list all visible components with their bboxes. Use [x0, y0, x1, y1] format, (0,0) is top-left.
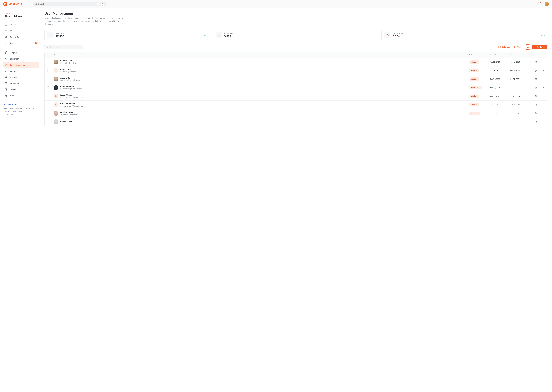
svg-line-25 [204, 35, 205, 36]
delete-button[interactable] [532, 61, 540, 63]
sidebar-item-more[interactable]: More [3, 93, 39, 98]
sidebar-item-integration[interactable]: Integration [3, 50, 39, 56]
delete-button[interactable] [532, 121, 540, 123]
svg-point-61 [542, 96, 542, 96]
stat-trend: 2% [540, 34, 545, 36]
role-pill[interactable]: Editor [469, 69, 479, 72]
role-pill[interactable]: Editor [469, 103, 479, 106]
user-cell: Eleanor Pena [54, 119, 469, 124]
user-email: alma.lawson@example.com [60, 96, 83, 98]
sidebar-item-settings[interactable]: Settings [3, 87, 39, 92]
chats-icon [5, 42, 7, 44]
footer-link[interactable]: General Questions [4, 111, 17, 112]
row-menu-button[interactable] [540, 86, 546, 89]
date-added-cell: Feb 15, 2023 [490, 70, 510, 71]
svg-point-48 [543, 62, 543, 62]
sidebar-item-developers[interactable]: Developers [3, 74, 39, 80]
add-user-button[interactable]: Add user [532, 45, 547, 49]
last-active-cell: Jul 20, 2024 [510, 87, 532, 89]
footer-link[interactable]: Privacy Policy [15, 108, 25, 109]
sidebar-item-mixes[interactable]: Mixes [3, 28, 39, 34]
th-added[interactable]: Date added [490, 54, 510, 56]
columns-button[interactable]: Columns [498, 46, 510, 48]
row-checkbox[interactable] [47, 112, 50, 114]
row-menu-button[interactable] [540, 112, 546, 114]
row-menu-button[interactable] [540, 78, 546, 80]
role-pill[interactable]: Admin [469, 60, 479, 64]
gear-icon [5, 88, 7, 91]
delete-button[interactable] [532, 95, 540, 97]
notifications-button[interactable] [538, 2, 542, 6]
footer-link[interactable]: Terms of Use [4, 108, 13, 109]
global-search[interactable]: ⌘ F [33, 1, 106, 6]
role-pill[interactable]: Editor lim. [469, 86, 482, 89]
sidebar-item-notification[interactable]: Notification [3, 56, 39, 62]
users-search-input[interactable] [50, 46, 81, 48]
delete-button[interactable] [532, 78, 540, 80]
row-checkbox[interactable] [47, 95, 50, 97]
delete-button[interactable] [532, 86, 540, 89]
download-button[interactable] [525, 44, 530, 49]
th-last-active[interactable]: Last active [510, 54, 532, 56]
select-all-checkbox[interactable] [47, 54, 50, 56]
comments-icon [5, 35, 7, 38]
svg-point-73 [543, 122, 544, 122]
row-menu-button[interactable] [540, 69, 546, 72]
user-check-icon [218, 34, 220, 37]
row-checkbox[interactable] [47, 78, 50, 80]
user-avatar [54, 85, 58, 90]
users-search[interactable] [44, 45, 83, 49]
global-search-input[interactable] [38, 3, 96, 5]
last-active-cell: Aug 5, 2024 [510, 61, 532, 63]
role-pill[interactable]: Reader [469, 112, 480, 115]
svg-point-70 [543, 113, 544, 113]
footer-link[interactable]: Imprint [26, 108, 31, 109]
delete-button[interactable] [532, 69, 540, 72]
footer-link[interactable]: FAQ [33, 108, 36, 109]
user-name: Eleanor Pena [60, 121, 72, 123]
reader-view-toggle[interactable]: Reader view [4, 104, 38, 105]
footer-link[interactable]: More [19, 111, 22, 112]
channel-label: Channel [5, 13, 22, 14]
th-last-active-label: Last active [510, 54, 518, 56]
filter-button[interactable]: Filter [512, 45, 523, 49]
page-description: An organisation does not exist without a… [44, 17, 127, 26]
svg-point-21 [7, 95, 7, 96]
row-menu-button[interactable] [540, 121, 546, 123]
role-pill[interactable]: Admin [469, 95, 479, 98]
more-icon [5, 94, 7, 97]
user-avatar [54, 102, 58, 107]
profile-avatar[interactable] [544, 2, 549, 6]
table-toolbar: Columns Filter Add user [44, 44, 547, 49]
sidebar-item-content[interactable]: Content [3, 22, 39, 27]
date-added-cell: Jan 15, 2023 [490, 95, 510, 97]
logo[interactable]: M MegaCorp [3, 2, 22, 6]
home-icon [5, 23, 7, 26]
delete-button[interactable] [532, 112, 540, 114]
row-checkbox[interactable] [47, 69, 50, 72]
columns-icon [498, 46, 501, 48]
channel-selector[interactable]: Channel News feed channel [3, 11, 39, 19]
row-checkbox[interactable] [47, 104, 50, 106]
sidebar-item-user-management[interactable]: User Management [3, 62, 39, 68]
sidebar-item-analytics[interactable]: Analytics [3, 68, 39, 74]
page-title: User Management [44, 12, 547, 16]
row-checkbox[interactable] [47, 86, 50, 89]
sidebar-item-media-library[interactable]: Media library [3, 80, 39, 86]
svg-point-10 [7, 43, 7, 43]
row-checkbox[interactable] [47, 121, 50, 123]
row-checkbox[interactable] [47, 61, 50, 63]
th-role[interactable]: Role [469, 54, 490, 56]
delete-button[interactable] [532, 104, 540, 106]
row-menu-button[interactable] [540, 61, 546, 63]
date-added-cell: Jan 19, 2023 [490, 87, 510, 89]
role-pill[interactable]: Admin [469, 77, 479, 81]
channel-value: News feed channel [5, 15, 22, 17]
user-avatar [54, 94, 58, 99]
row-menu-button[interactable] [540, 95, 546, 97]
row-menu-button[interactable] [540, 104, 546, 106]
sidebar-item-chats[interactable]: Chats 2 [3, 40, 39, 46]
sidebar-item-comments[interactable]: Comments [3, 34, 39, 40]
svg-point-67 [543, 105, 544, 105]
th-name[interactable]: Name [54, 54, 469, 56]
